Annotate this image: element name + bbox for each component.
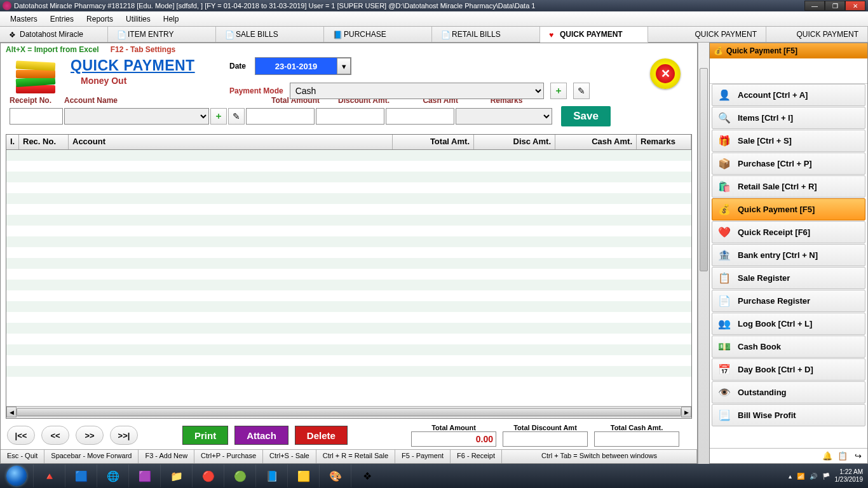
sidebar-item-5[interactable]: 💰Quick Payment [F5] — [712, 198, 865, 220]
table-row[interactable] — [6, 215, 691, 226]
table-row[interactable] — [6, 377, 691, 388]
taskbar-explorer[interactable]: 📁 — [160, 464, 192, 487]
col-remarks[interactable]: Remarks — [637, 135, 691, 149]
menu-help[interactable]: Help — [157, 13, 186, 25]
sidebar-item-11[interactable]: 💵Cash Book — [712, 336, 865, 358]
tab-purchase[interactable]: 📘PURCHASE — [324, 27, 432, 42]
scroll-right-icon[interactable]: ▶ — [681, 407, 691, 417]
table-row[interactable] — [6, 150, 691, 161]
col-disc-amt[interactable]: Disc Amt. — [474, 135, 555, 149]
table-row[interactable] — [6, 258, 691, 269]
table-row[interactable] — [6, 182, 691, 193]
tab-quick-payment-2[interactable]: QUICK PAYMENT — [648, 27, 766, 42]
bell-icon[interactable]: 🔔 — [822, 450, 833, 461]
sidebar-item-0[interactable]: 👤Account [Ctrl + A] — [712, 84, 865, 106]
table-row[interactable] — [6, 193, 691, 204]
exit-icon[interactable]: ↪ — [852, 450, 864, 461]
tab-retail-bills[interactable]: 📄RETAIL BILLS — [432, 27, 540, 42]
sidebar-item-13[interactable]: 👁️Outstanding — [712, 381, 865, 403]
edit-account-button[interactable]: ✎ — [228, 108, 245, 125]
add-mode-button[interactable]: ＋ — [550, 83, 567, 99]
window-close-button[interactable]: ✕ — [845, 1, 865, 11]
table-row[interactable] — [6, 312, 691, 323]
start-button[interactable] — [0, 464, 33, 487]
scroll-left-icon[interactable]: ◀ — [6, 407, 17, 417]
date-input[interactable] — [255, 58, 337, 74]
discount-amt-input[interactable] — [316, 108, 384, 125]
remarks-select[interactable] — [456, 108, 552, 125]
taskbar-app2[interactable]: 🟪 — [128, 464, 160, 487]
table-row[interactable] — [6, 355, 691, 366]
first-record-button[interactable]: |<< — [7, 426, 35, 445]
main-vertical-scrollbar[interactable] — [698, 43, 709, 464]
table-row[interactable] — [6, 334, 691, 344]
sidebar-item-8[interactable]: 📋Sale Register — [712, 267, 865, 289]
side-search-area[interactable] — [710, 58, 867, 84]
col-account[interactable]: Account — [69, 135, 393, 149]
sidebar-item-10[interactable]: 👥Log Book [Ctrl + L] — [712, 313, 865, 335]
minimize-button[interactable]: — — [804, 1, 825, 11]
copy-icon[interactable]: 📋 — [837, 450, 848, 461]
date-dropdown-button[interactable]: ▾ — [337, 58, 351, 74]
attach-button[interactable]: Attach — [234, 426, 288, 445]
table-row[interactable] — [6, 344, 691, 355]
close-page-button[interactable]: ✕ — [650, 58, 681, 89]
table-row[interactable] — [6, 323, 691, 334]
table-row[interactable] — [6, 247, 691, 258]
taskbar-chrome[interactable]: 🟢 — [224, 464, 255, 487]
sidebar-item-12[interactable]: 📅Day Book [Ctrl + D] — [712, 358, 865, 381]
col-total-amt[interactable]: Total Amt. — [393, 135, 474, 149]
payment-mode-select[interactable]: Cash — [290, 83, 544, 99]
sidebar-item-14[interactable]: 📃Bill Wise Profit — [712, 404, 865, 426]
cash-amt-input[interactable] — [386, 108, 454, 125]
wifi-icon[interactable]: 📶 — [797, 473, 804, 480]
volume-icon[interactable]: 🔊 — [810, 473, 817, 480]
tray-up-icon[interactable]: ▴ — [789, 473, 792, 480]
taskbar-word[interactable]: 📘 — [255, 464, 287, 487]
table-row[interactable] — [6, 301, 691, 312]
delete-button[interactable]: Delete — [295, 426, 348, 445]
table-row[interactable] — [6, 161, 691, 172]
col-index[interactable]: I. — [6, 135, 19, 149]
taskbar-app1[interactable]: 🟦 — [65, 464, 97, 487]
sidebar-item-9[interactable]: 📄Purchase Register — [712, 290, 865, 312]
col-rec-no[interactable]: Rec. No. — [19, 135, 69, 149]
table-row[interactable] — [6, 269, 691, 280]
sidebar-item-6[interactable]: ❤️Quick Receipt [F6] — [712, 221, 865, 243]
maximize-button[interactable]: ❐ — [825, 1, 845, 11]
menu-entries[interactable]: Entries — [44, 13, 80, 25]
taskbar-vlc[interactable]: 🔺 — [33, 464, 65, 487]
prev-record-button[interactable]: << — [41, 426, 69, 445]
table-row[interactable] — [6, 236, 691, 247]
table-row[interactable] — [6, 172, 691, 182]
menu-utilities[interactable]: Utilities — [119, 13, 157, 25]
last-record-button[interactable]: >>| — [110, 426, 138, 445]
sidebar-item-1[interactable]: 🔍Items [Ctrl + I] — [712, 107, 865, 129]
next-record-button[interactable]: >> — [76, 426, 104, 445]
menu-masters[interactable]: Masters — [4, 13, 44, 25]
taskbar-paint[interactable]: 🎨 — [319, 464, 351, 487]
flag-icon[interactable]: 🏳️ — [822, 473, 830, 480]
tab-home[interactable]: ❖Datotahost Miracle — [0, 27, 108, 42]
menu-reports[interactable]: Reports — [80, 13, 119, 25]
tab-item-entry[interactable]: 📄ITEM ENTRY — [108, 27, 216, 42]
table-row[interactable] — [6, 290, 691, 301]
table-row[interactable] — [6, 204, 691, 215]
taskbar-notes[interactable]: 🟨 — [287, 464, 319, 487]
tab-sale-bills[interactable]: 📄SALE BILLS — [216, 27, 324, 42]
sidebar-item-4[interactable]: 🛍️Retail Sale [Ctrl + R] — [712, 175, 865, 198]
taskbar-opera[interactable]: 🔴 — [192, 464, 224, 487]
clock[interactable]: 1:22 AM 1/23/2019 — [835, 468, 864, 484]
sidebar-item-2[interactable]: 🎁Sale [Ctrl + S] — [712, 130, 865, 152]
scroll-thumb[interactable] — [17, 408, 681, 416]
system-tray[interactable]: ▴ 📶 🔊 🏳️ 1:22 AM 1/23/2019 — [783, 468, 869, 484]
print-button[interactable]: Print — [182, 426, 228, 445]
save-button[interactable]: Save — [561, 106, 611, 126]
taskbar-pharmacy[interactable]: ❖ — [351, 464, 383, 487]
edit-mode-button[interactable]: ✎ — [573, 83, 590, 99]
grid-horizontal-scrollbar[interactable]: ◀ ▶ — [6, 406, 691, 417]
taskbar-ie[interactable]: 🌐 — [97, 464, 128, 487]
tab-quick-payment-3[interactable]: QUICK PAYMENT — [766, 27, 868, 42]
scroll-thumb[interactable] — [700, 68, 708, 271]
sidebar-item-3[interactable]: 📦Purchase [Ctrl + P] — [712, 152, 865, 175]
